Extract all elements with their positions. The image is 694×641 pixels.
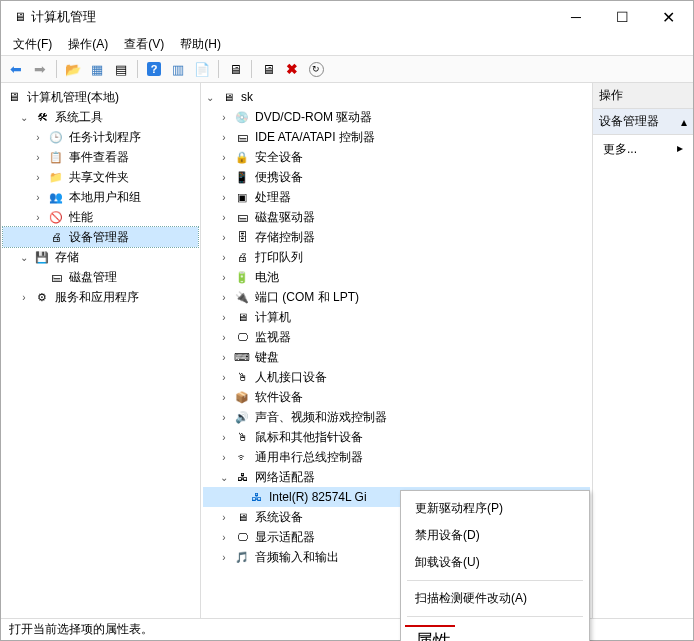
help-button[interactable] <box>143 58 165 80</box>
tree-label: 磁盘管理 <box>67 269 119 286</box>
chevron-right-icon[interactable]: › <box>217 230 231 244</box>
minimize-button[interactable]: ─ <box>553 2 599 32</box>
chevron-right-icon[interactable]: › <box>217 290 231 304</box>
chevron-right-icon[interactable]: › <box>217 310 231 324</box>
chevron-right-icon[interactable]: › <box>217 270 231 284</box>
ctx-disable-device[interactable]: 禁用设备(D) <box>401 522 589 549</box>
back-button[interactable] <box>5 58 27 80</box>
delete-button[interactable] <box>281 58 303 80</box>
chevron-right-icon[interactable]: › <box>217 530 231 544</box>
up-button[interactable] <box>62 58 84 80</box>
ctx-update-driver[interactable]: 更新驱动程序(P) <box>401 495 589 522</box>
cat-monitor[interactable]: ›监视器 <box>203 327 590 347</box>
ctx-uninstall-device[interactable]: 卸载设备(U) <box>401 549 589 576</box>
ctx-properties[interactable]: 属性 <box>401 621 589 641</box>
chevron-right-icon[interactable]: › <box>217 390 231 404</box>
cat-cpu[interactable]: ›处理器 <box>203 187 590 207</box>
chevron-right-icon[interactable]: › <box>17 290 31 304</box>
chevron-right-icon[interactable]: › <box>217 550 231 564</box>
more-actions[interactable]: 更多...▸ <box>593 135 693 164</box>
tree-services[interactable]: ›服务和应用程序 <box>3 287 198 307</box>
chevron-down-icon[interactable]: ⌄ <box>203 90 217 104</box>
chevron-right-icon[interactable]: › <box>31 210 45 224</box>
chevron-right-icon[interactable]: › <box>31 170 45 184</box>
tree-event-viewer[interactable]: ›事件查看器 <box>3 147 198 167</box>
chevron-down-icon[interactable]: ⌄ <box>17 250 31 264</box>
tree-system-tools[interactable]: ⌄系统工具 <box>3 107 198 127</box>
chevron-right-icon[interactable]: › <box>217 330 231 344</box>
chevron-right-icon[interactable]: › <box>217 410 231 424</box>
tree-performance[interactable]: ›性能 <box>3 207 198 227</box>
actions-section[interactable]: 设备管理器▴ <box>593 109 693 135</box>
port-icon <box>234 289 250 305</box>
cat-security[interactable]: ›安全设备 <box>203 147 590 167</box>
cat-network[interactable]: ⌄网络适配器 <box>203 467 590 487</box>
tree-device-manager[interactable]: 设备管理器 <box>3 227 198 247</box>
chevron-right-icon[interactable]: › <box>217 110 231 124</box>
tree-root[interactable]: 计算机管理(本地) <box>3 87 198 107</box>
cat-usb[interactable]: ›通用串行总线控制器 <box>203 447 590 467</box>
cat-print[interactable]: ›打印队列 <box>203 247 590 267</box>
chevron-right-icon[interactable]: › <box>217 130 231 144</box>
cat-sound[interactable]: ›声音、视频和游戏控制器 <box>203 407 590 427</box>
chevron-right-icon[interactable]: › <box>31 150 45 164</box>
cat-portable[interactable]: ›便携设备 <box>203 167 590 187</box>
chevron-right-icon[interactable]: › <box>217 150 231 164</box>
chevron-down-icon[interactable]: ⌄ <box>17 110 31 124</box>
cat-keyboard[interactable]: ›键盘 <box>203 347 590 367</box>
tree-label: 共享文件夹 <box>67 169 131 186</box>
dev-root[interactable]: ⌄sk <box>203 87 590 107</box>
cat-storage-ctrl[interactable]: ›存储控制器 <box>203 227 590 247</box>
tree-label: sk <box>239 90 255 104</box>
chevron-right-icon[interactable]: › <box>217 350 231 364</box>
chevron-right-icon[interactable]: › <box>217 190 231 204</box>
chevron-right-icon[interactable]: › <box>217 370 231 384</box>
chevron-right-icon[interactable]: › <box>31 130 45 144</box>
chevron-right-icon[interactable]: › <box>217 450 231 464</box>
computer-icon <box>220 89 236 105</box>
ctx-scan-hardware[interactable]: 扫描检测硬件改动(A) <box>401 585 589 612</box>
maximize-button[interactable]: ☐ <box>599 2 645 32</box>
cat-ports[interactable]: ›端口 (COM 和 LPT) <box>203 287 590 307</box>
cat-software[interactable]: ›软件设备 <box>203 387 590 407</box>
cat-computer[interactable]: ›计算机 <box>203 307 590 327</box>
tree-storage[interactable]: ⌄存储 <box>3 247 198 267</box>
view3-button[interactable] <box>167 58 189 80</box>
tree-local-users[interactable]: ›本地用户和组 <box>3 187 198 207</box>
tree-task-scheduler[interactable]: ›任务计划程序 <box>3 127 198 147</box>
menu-action[interactable]: 操作(A) <box>62 34 114 55</box>
refresh-button[interactable] <box>305 58 327 80</box>
clock-icon <box>48 129 64 145</box>
chevron-right-icon[interactable]: › <box>217 250 231 264</box>
tree-shared-folders[interactable]: ›共享文件夹 <box>3 167 198 187</box>
disk-icon <box>234 209 250 225</box>
screen-button[interactable] <box>224 58 246 80</box>
tree-disk-management[interactable]: 磁盘管理 <box>3 267 198 287</box>
scan-button[interactable] <box>257 58 279 80</box>
view1-button[interactable] <box>86 58 108 80</box>
menu-view[interactable]: 查看(V) <box>118 34 170 55</box>
cat-dvd[interactable]: ›DVD/CD-ROM 驱动器 <box>203 107 590 127</box>
prop-button[interactable] <box>191 58 213 80</box>
cat-hid[interactable]: ›人机接口设备 <box>203 367 590 387</box>
folder-icon <box>48 169 64 185</box>
cat-mouse[interactable]: ›鼠标和其他指针设备 <box>203 427 590 447</box>
chevron-right-icon[interactable]: › <box>217 510 231 524</box>
keyboard-icon <box>234 349 250 365</box>
close-button[interactable]: ✕ <box>645 2 691 32</box>
chevron-right-icon[interactable]: › <box>217 430 231 444</box>
tree-label: 处理器 <box>253 189 293 206</box>
view2-button[interactable] <box>110 58 132 80</box>
chevron-right-icon[interactable]: › <box>31 190 45 204</box>
view-icon <box>115 62 127 77</box>
chevron-down-icon[interactable]: ⌄ <box>217 470 231 484</box>
cat-ide[interactable]: ›IDE ATA/ATAPI 控制器 <box>203 127 590 147</box>
body: 计算机管理(本地) ⌄系统工具 ›任务计划程序 ›事件查看器 ›共享文件夹 ›本… <box>1 83 693 618</box>
cat-battery[interactable]: ›电池 <box>203 267 590 287</box>
chevron-right-icon[interactable]: › <box>217 210 231 224</box>
menu-file[interactable]: 文件(F) <box>7 34 58 55</box>
chevron-right-icon[interactable]: › <box>217 170 231 184</box>
menu-help[interactable]: 帮助(H) <box>174 34 227 55</box>
cat-disk[interactable]: ›磁盘驱动器 <box>203 207 590 227</box>
back-icon <box>10 61 22 77</box>
